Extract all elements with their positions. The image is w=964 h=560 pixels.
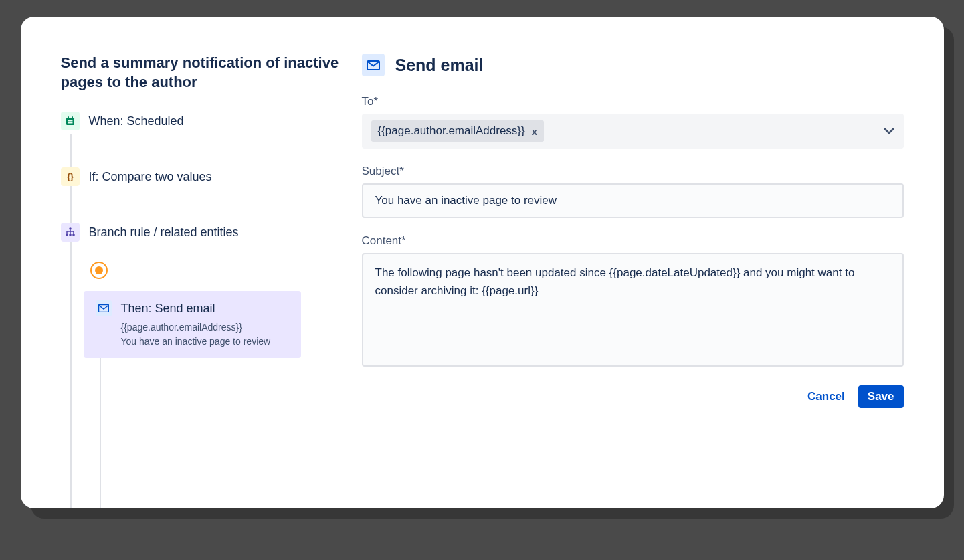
step-then-line2: You have an inactive page to review — [121, 335, 289, 349]
braces-icon: {} — [61, 167, 80, 186]
form-actions: Cancel Save — [362, 385, 904, 408]
svg-rect-1 — [68, 116, 69, 119]
rule-sidebar: Send a summary notification of inactive … — [61, 54, 342, 508]
step-if[interactable]: {} If: Compare two values — [61, 167, 342, 186]
to-field[interactable]: {{page.author.emailAddress}} x — [362, 114, 904, 149]
svg-rect-3 — [68, 120, 72, 122]
flowline-main — [70, 134, 72, 508]
svg-point-6 — [69, 227, 72, 230]
svg-point-7 — [66, 234, 68, 236]
svg-rect-2 — [72, 116, 73, 119]
step-branch-label: Branch rule / related entities — [89, 225, 239, 240]
email-icon — [96, 300, 112, 316]
svg-point-8 — [69, 234, 72, 236]
email-icon — [362, 54, 385, 76]
step-if-label: If: Compare two values — [89, 170, 212, 184]
save-button[interactable]: Save — [858, 385, 904, 408]
action-config-panel: Send email To* {{page.author.emailAddres… — [342, 54, 904, 508]
calendar-icon — [61, 112, 80, 130]
svg-point-9 — [72, 234, 75, 236]
step-when[interactable]: When: Scheduled — [61, 112, 342, 130]
cancel-button[interactable]: Cancel — [798, 385, 854, 408]
content-textarea[interactable] — [362, 253, 904, 367]
chip-remove-icon[interactable]: x — [532, 126, 537, 137]
subject-input[interactable] — [362, 183, 904, 218]
to-label: To* — [362, 95, 904, 108]
step-then-send-email[interactable]: Then: Send email {{page.author.emailAddr… — [84, 291, 301, 358]
branch-icon — [61, 223, 80, 242]
to-chip-text: {{page.author.emailAddress}} — [378, 124, 525, 138]
subject-label: Subject* — [362, 165, 904, 178]
branch-node-marker — [90, 262, 342, 279]
to-chip: {{page.author.emailAddress}} x — [371, 120, 545, 142]
automation-rule-editor: Send a summary notification of inactive … — [21, 17, 944, 508]
chevron-down-icon[interactable] — [884, 125, 894, 137]
rule-title: Send a summary notification of inactive … — [61, 54, 342, 92]
content-label: Content* — [362, 234, 904, 248]
step-then-line1: {{page.author.emailAddress}} — [121, 320, 289, 335]
svg-rect-4 — [68, 122, 72, 124]
step-branch[interactable]: Branch rule / related entities — [61, 223, 342, 242]
form-title: Send email — [395, 56, 484, 75]
svg-text:{}: {} — [66, 171, 73, 181]
step-then-title: Then: Send email — [121, 302, 215, 316]
step-when-label: When: Scheduled — [89, 114, 184, 128]
